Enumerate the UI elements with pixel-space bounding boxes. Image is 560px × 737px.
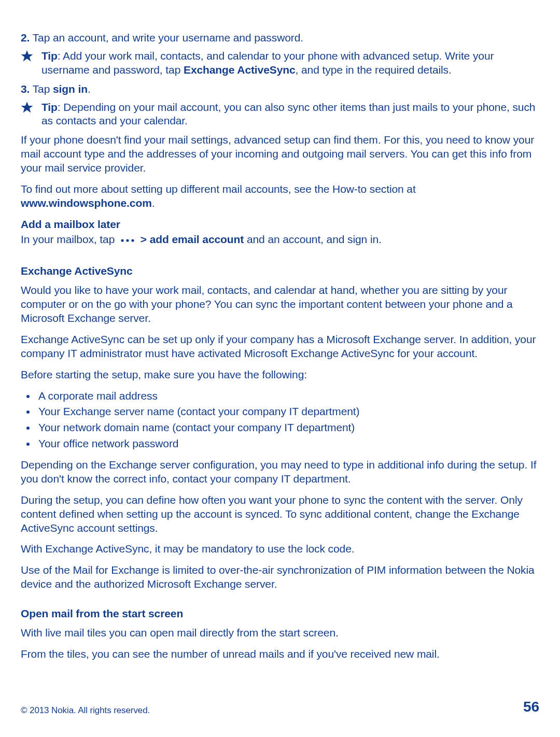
exchange-section: Exchange ActiveSync Would you like to ha… [21, 264, 539, 591]
tip-row-2: Tip: Depending on your mail account, you… [21, 101, 539, 129]
tip-body: : Depending on your mail account, you ca… [41, 101, 535, 127]
exchange-p5: During the setup, you can define how oft… [21, 493, 539, 535]
exchange-p2: Exchange ActiveSync can be set up only i… [21, 333, 539, 361]
svg-marker-1 [21, 102, 33, 113]
step-2: 2. Tap an account, and write your userna… [21, 31, 539, 45]
step-3: 3. Tap sign in. [21, 82, 539, 96]
add-mailbox-bold: add email account [150, 233, 244, 245]
star-icon [21, 49, 41, 62]
exchange-requirements-list: A corporate mail address Your Exchange s… [21, 389, 539, 451]
list-item: Your office network password [36, 437, 539, 451]
open-mail-section: Open mail from the start screen With liv… [21, 607, 539, 661]
exchange-p4: Depending on the Exchange server configu… [21, 458, 539, 486]
tip-text-1: Tip: Add your work mail, contacts, and c… [41, 49, 539, 77]
open-mail-p2: From the tiles, you can see the number o… [21, 647, 539, 661]
list-item: Your network domain name (contact your c… [36, 421, 539, 435]
document-page: 2. Tap an account, and write your userna… [0, 0, 560, 737]
add-mailbox-a: In your mailbox, tap [21, 233, 118, 245]
page-footer: © 2013 Nokia. All rights reserved. 56 [21, 698, 539, 716]
step-bold: sign in [53, 83, 88, 95]
list-item: A corporate mail address [36, 389, 539, 403]
step-text: Tap an account, and write your username … [30, 32, 303, 44]
step-text-a: Tap [30, 83, 53, 95]
howto-b: . [152, 197, 155, 209]
copyright-text: © 2013 Nokia. All rights reserved. [21, 705, 150, 716]
howto-paragraph: To find out more about setting up differ… [21, 182, 539, 210]
list-item: Your Exchange server name (contact your … [36, 405, 539, 419]
svg-point-3 [126, 239, 129, 242]
tip-row-1: Tip: Add your work mail, contacts, and c… [21, 49, 539, 77]
add-mailbox-paragraph: In your mailbox, tap > add email account… [21, 233, 539, 247]
step-number: 2. [21, 32, 30, 44]
exchange-p6: With Exchange ActiveSync, it may be mand… [21, 542, 539, 556]
open-mail-heading: Open mail from the start screen [21, 607, 539, 621]
page-number: 56 [523, 698, 539, 716]
step-number: 3. [21, 83, 30, 95]
tip-prefix: Tip [41, 101, 58, 113]
svg-marker-0 [21, 50, 33, 62]
tip-text-2: Tip: Depending on your mail account, you… [41, 101, 539, 129]
svg-point-2 [121, 239, 123, 242]
add-mailbox-section: Add a mailbox later In your mailbox, tap… [21, 218, 539, 247]
exchange-p3: Before starting the setup, make sure you… [21, 368, 539, 382]
svg-point-4 [131, 239, 134, 242]
exchange-heading: Exchange ActiveSync [21, 264, 539, 278]
exchange-p1: Would you like to have your work mail, c… [21, 284, 539, 325]
more-icon [120, 233, 135, 247]
tip-prefix: Tip [41, 50, 58, 62]
exchange-p7: Use of the Mail for Exchange is limited … [21, 563, 539, 591]
tip-bold: Exchange ActiveSync [184, 64, 296, 76]
add-mailbox-heading: Add a mailbox later [21, 218, 539, 232]
add-mailbox-b: and an account, and sign in. [244, 233, 382, 245]
star-icon [21, 101, 41, 114]
add-mailbox-gt: > [137, 233, 150, 245]
step-text-b: . [88, 83, 91, 95]
open-mail-p1: With live mail tiles you can open mail d… [21, 626, 539, 640]
advanced-setup-paragraph: If your phone doesn't find your mail set… [21, 133, 539, 175]
howto-a: To find out more about setting up differ… [21, 183, 416, 195]
tip-tail: , and type in the required details. [296, 64, 452, 76]
howto-link: www.windowsphone.com [21, 197, 152, 209]
